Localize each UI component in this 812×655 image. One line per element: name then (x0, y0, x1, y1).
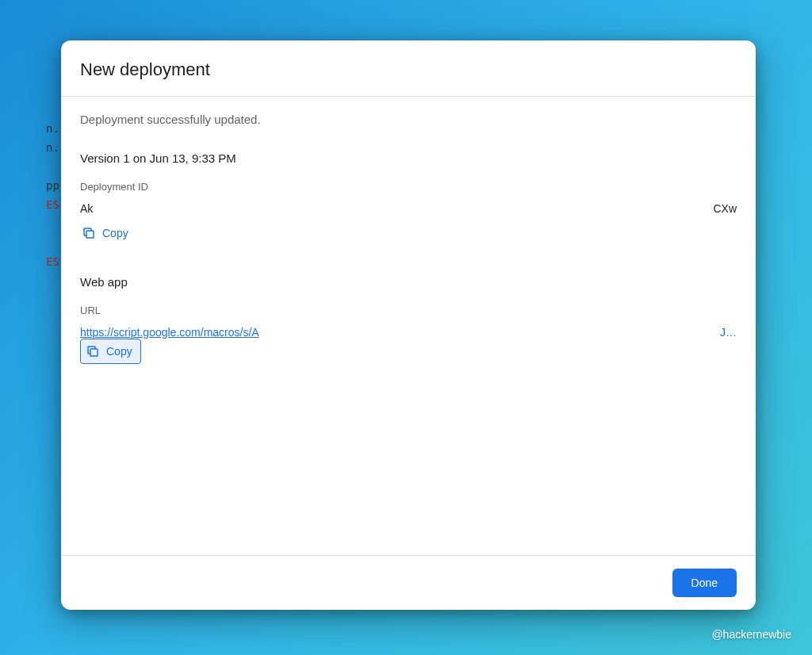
webapp-url-section: URL https://script.google.com/macros/s/A… (80, 305, 737, 364)
copy-deployment-id-button[interactable]: Copy (80, 223, 130, 243)
deployment-id-suffix: CXw (713, 202, 737, 215)
svg-rect-1 (90, 349, 98, 356)
modal-footer: Done (61, 555, 756, 610)
copy-button-label: Copy (106, 345, 132, 358)
deployment-id-section: Deployment ID Ak CXw Copy (80, 181, 737, 243)
copy-url-button[interactable]: Copy (80, 339, 141, 364)
webapp-url-suffix: J… (720, 326, 737, 339)
deployment-id-prefix: Ak (80, 202, 93, 215)
svg-rect-0 (86, 231, 94, 238)
watermark: @hackernewbie (711, 628, 791, 641)
done-button[interactable]: Done (672, 569, 737, 597)
background-code-snippet: n. n. pp ES ES (0, 119, 59, 271)
modal-body: Deployment successfully updated. Version… (61, 97, 756, 555)
webapp-url-row: https://script.google.com/macros/s/A J… (80, 326, 737, 339)
deployment-id-value: Ak CXw (80, 202, 737, 215)
url-label: URL (80, 305, 737, 316)
webapp-heading: Web app (80, 275, 737, 289)
webapp-url-link[interactable]: https://script.google.com/macros/s/A (80, 326, 259, 339)
copy-icon (86, 344, 100, 358)
copy-button-label: Copy (102, 227, 128, 239)
copy-icon (82, 226, 96, 240)
deployment-id-label: Deployment ID (80, 181, 737, 193)
version-heading: Version 1 on Jun 13, 9:33 PM (80, 151, 737, 165)
modal-header: New deployment (61, 40, 756, 97)
deployment-modal: New deployment Deployment successfully u… (61, 40, 756, 610)
status-message: Deployment successfully updated. (80, 113, 737, 126)
modal-title: New deployment (80, 59, 737, 80)
